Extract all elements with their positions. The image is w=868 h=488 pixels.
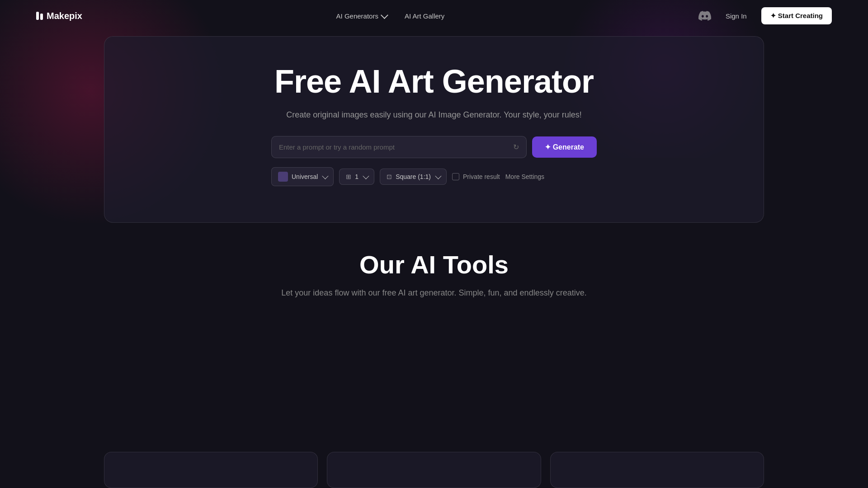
count-select[interactable]: ⊞ 1 [339,169,374,185]
aspect-select[interactable]: ⊡ Square (1:1) [380,169,447,185]
prompt-input[interactable] [279,143,509,151]
aspect-chevron-icon [435,173,441,179]
tool-cards-row [0,452,868,488]
start-creating-button[interactable]: ✦ Start Creating [761,7,832,24]
aspect-ratio-icon: ⊡ [387,173,392,180]
model-select[interactable]: Universal [271,167,334,186]
nav-ai-generators[interactable]: AI Generators [336,12,387,20]
tool-card-2[interactable] [327,452,541,488]
sign-in-button[interactable]: Sign In [720,9,752,23]
logo-text: Makepix [47,11,82,21]
hero-subtitle: Create original images easily using our … [123,110,745,120]
prompt-area: ↻ ✦ Generate [271,136,597,158]
tools-section-title: Our AI Tools [0,250,868,279]
image-count-icon: ⊞ [346,173,351,180]
navbar: Makepix AI Generators AI Art Gallery Sig… [0,0,868,32]
chevron-down-icon [381,11,388,19]
hero-title: Free AI Art Generator [123,64,745,99]
controls-row: Universal ⊞ 1 ⊡ Square (1:1) Private res… [271,167,597,186]
nav-ai-art-gallery[interactable]: AI Art Gallery [405,12,444,20]
count-chevron-icon [363,173,369,179]
generate-button[interactable]: ✦ Generate [532,136,597,158]
model-chevron-icon [322,173,329,179]
nav-center: AI Generators AI Art Gallery [336,12,445,20]
logo-bar-1 [36,12,39,20]
logo-bar-2 [40,14,43,20]
hero-section: Free AI Art Generator Create original im… [104,36,764,223]
tools-section-subtitle: Let your ideas flow with our free AI art… [0,288,868,298]
logo-icon [36,12,43,20]
logo[interactable]: Makepix [36,11,82,21]
model-swatch [278,172,288,182]
more-settings-toggle[interactable]: More Settings [505,173,547,180]
tool-card-1[interactable] [104,452,318,488]
refresh-icon[interactable]: ↻ [513,143,519,151]
tool-card-3[interactable] [550,452,764,488]
nav-right: Sign In ✦ Start Creating [698,7,832,24]
private-result-checkbox[interactable] [452,173,459,180]
prompt-input-wrapper: ↻ [271,136,527,158]
private-result-toggle[interactable]: Private result [452,173,500,180]
tools-section: Our AI Tools Let your ideas flow with ou… [0,250,868,298]
discord-icon[interactable] [698,9,711,22]
